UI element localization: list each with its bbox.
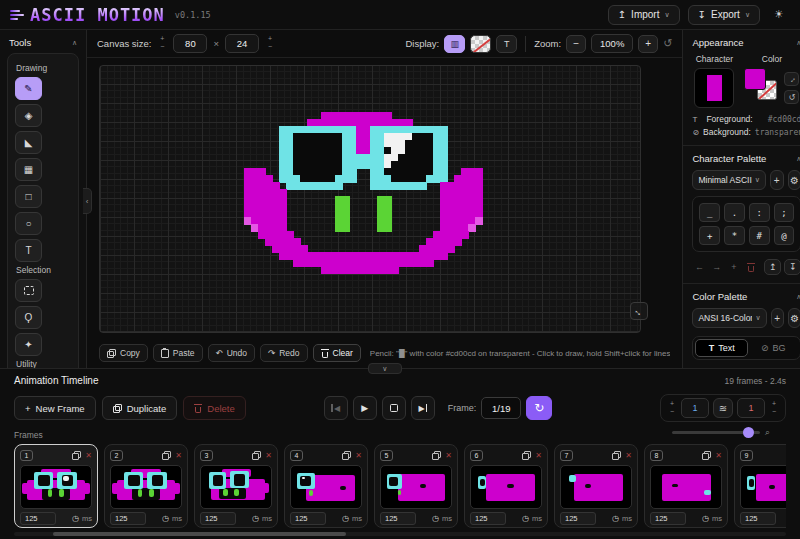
palette-character-button[interactable]: * bbox=[724, 226, 745, 245]
frame-thumbnail[interactable] bbox=[560, 465, 632, 509]
duplicate-frame-icon[interactable] bbox=[612, 451, 621, 460]
delete-frame-icon[interactable]: ✕ bbox=[715, 451, 722, 460]
canvas-collapse-handle[interactable]: ∨ bbox=[368, 363, 402, 374]
select-rect-tool[interactable] bbox=[15, 279, 42, 302]
undo-button[interactable]: ↶Undo bbox=[208, 344, 255, 362]
frame-thumbnail[interactable] bbox=[380, 465, 452, 509]
zoom-in-button[interactable]: + bbox=[638, 35, 658, 53]
eraser-tool[interactable]: ◈ bbox=[15, 104, 42, 127]
ellipse-tool[interactable]: ○ bbox=[15, 212, 42, 235]
frames-scrollbar[interactable] bbox=[14, 532, 786, 536]
stop-button[interactable] bbox=[382, 396, 406, 420]
frame-duration-input[interactable]: 125 bbox=[470, 512, 506, 525]
frame-thumbnail[interactable] bbox=[470, 465, 542, 509]
duplicate-frame-icon[interactable] bbox=[522, 451, 531, 460]
frame-duration-input[interactable]: 125 bbox=[20, 512, 56, 525]
fill-tool[interactable]: ◣ bbox=[15, 131, 42, 154]
lasso-tool[interactable]: Ϙ bbox=[15, 306, 42, 329]
thumbnail-zoom-slider[interactable] bbox=[672, 431, 760, 434]
frames-scrollbar-thumb[interactable] bbox=[53, 532, 346, 536]
frame-card-8[interactable]: 8✕125◷ms bbox=[644, 444, 728, 528]
delete-frame-icon[interactable]: ✕ bbox=[85, 451, 92, 460]
palette-character-button[interactable]: ; bbox=[774, 203, 795, 222]
delete-frame-icon[interactable]: ✕ bbox=[355, 451, 362, 460]
move-character-left-button[interactable]: ← bbox=[692, 260, 706, 275]
frame-thumbnail[interactable] bbox=[740, 465, 786, 509]
frame-card-3[interactable]: 3✕125◷ms bbox=[194, 444, 278, 528]
duplicate-frame-icon[interactable] bbox=[702, 451, 711, 460]
canvas-expand-button[interactable]: ↔ bbox=[630, 302, 648, 320]
foreground-color-swatch[interactable] bbox=[744, 68, 766, 90]
character-palette-select[interactable]: Minimal ASCII ∨ bbox=[692, 170, 766, 190]
import-palette-button[interactable]: ↧ bbox=[784, 259, 800, 275]
color-palette-settings-button[interactable]: ⚙ bbox=[788, 308, 800, 328]
frame-card-2[interactable]: 2✕125◷ms bbox=[104, 444, 188, 528]
frame-card-5[interactable]: 5✕125◷ms bbox=[374, 444, 458, 528]
frame-duration-input[interactable]: 125 bbox=[290, 512, 326, 525]
color-palette-select[interactable]: ANSI 16-Color ∨ bbox=[692, 308, 766, 328]
onion-next-stepper[interactable]: +− bbox=[769, 401, 779, 416]
canvas-width-input[interactable]: 80 bbox=[173, 34, 207, 53]
canvas-height-input[interactable]: 24 bbox=[225, 34, 259, 53]
export-palette-button[interactable]: ↥ bbox=[764, 259, 781, 275]
appearance-header[interactable]: Appearance ∧ bbox=[692, 37, 800, 48]
text-tool[interactable]: T bbox=[15, 239, 42, 262]
zoom-reset-button[interactable]: ↺ bbox=[663, 37, 672, 50]
slider-thumb[interactable] bbox=[743, 427, 754, 438]
delete-frame-icon[interactable]: ✕ bbox=[265, 451, 272, 460]
first-frame-button[interactable]: ◀ bbox=[324, 396, 348, 420]
move-character-right-button[interactable]: → bbox=[710, 260, 724, 275]
grid-toggle-button[interactable]: ▥ bbox=[444, 35, 465, 53]
add-color-palette-button[interactable]: + bbox=[771, 308, 784, 328]
frame-duration-input[interactable]: 125 bbox=[110, 512, 146, 525]
frame-card-9[interactable]: 9✕125◷ms bbox=[734, 444, 786, 528]
delete-frame-icon[interactable]: ✕ bbox=[445, 451, 452, 460]
reset-colors-button[interactable]: ↺ bbox=[784, 90, 799, 104]
swap-colors-button[interactable]: ↔ bbox=[784, 72, 799, 86]
palette-character-button[interactable]: : bbox=[749, 203, 770, 222]
zoom-out-button[interactable]: − bbox=[566, 35, 586, 53]
frame-duration-input[interactable]: 125 bbox=[650, 512, 686, 525]
new-frame-button[interactable]: + New Frame bbox=[14, 396, 96, 420]
tools-section-header[interactable]: Tools ∧ bbox=[0, 30, 86, 53]
canvas-height-stepper[interactable]: +− bbox=[265, 36, 275, 51]
transparency-toggle-button[interactable] bbox=[470, 35, 491, 53]
clear-button[interactable]: Clear bbox=[313, 344, 361, 362]
text-mode-tab[interactable]: T Text bbox=[695, 339, 748, 357]
color-palette-header[interactable]: Color Palette ∧ bbox=[692, 291, 800, 302]
import-button[interactable]: ↥ Import ∨ bbox=[608, 5, 680, 25]
redo-button[interactable]: ↷Redo bbox=[260, 344, 307, 362]
fill-area-tool[interactable]: ▦ bbox=[15, 158, 42, 181]
last-frame-button[interactable]: ▶ bbox=[411, 396, 435, 420]
drawing-canvas[interactable] bbox=[99, 65, 641, 333]
frame-card-6[interactable]: 6✕125◷ms bbox=[464, 444, 548, 528]
duplicate-frame-icon[interactable] bbox=[72, 451, 81, 460]
copy-button[interactable]: Copy bbox=[99, 344, 148, 362]
text-display-toggle-button[interactable]: T bbox=[496, 35, 517, 53]
rectangle-tool[interactable]: □ bbox=[15, 185, 42, 208]
frame-card-4[interactable]: 4✕125◷ms bbox=[284, 444, 368, 528]
frame-thumbnail[interactable] bbox=[200, 465, 272, 509]
frame-thumbnail[interactable] bbox=[650, 465, 722, 509]
duplicate-frame-icon[interactable] bbox=[162, 451, 171, 460]
frame-duration-input[interactable]: 125 bbox=[740, 512, 776, 525]
duplicate-frame-icon[interactable] bbox=[432, 451, 441, 460]
delete-character-button[interactable] bbox=[744, 260, 758, 275]
delete-frame-icon[interactable]: ✕ bbox=[535, 451, 542, 460]
onion-prev-stepper[interactable]: +− bbox=[667, 401, 677, 416]
loop-toggle-button[interactable]: ↻ bbox=[526, 396, 552, 420]
export-button[interactable]: ↧ Export ∨ bbox=[688, 5, 760, 25]
magic-wand-tool[interactable]: ✦ bbox=[15, 333, 42, 356]
duplicate-frame-icon[interactable] bbox=[252, 451, 261, 460]
theme-toggle-button[interactable]: ☀ bbox=[768, 5, 790, 25]
bg-mode-tab[interactable]: ⊘ BG bbox=[748, 339, 799, 357]
frame-thumbnail[interactable] bbox=[290, 465, 362, 509]
frame-duration-input[interactable]: 125 bbox=[560, 512, 596, 525]
onion-skin-button[interactable]: ≋ bbox=[713, 398, 733, 418]
delete-frame-icon[interactable]: ✕ bbox=[625, 451, 632, 460]
frame-card-7[interactable]: 7✕125◷ms bbox=[554, 444, 638, 528]
palette-character-button[interactable]: . bbox=[724, 203, 745, 222]
add-character-button[interactable]: + bbox=[727, 260, 741, 275]
delete-frame-button[interactable]: Delete bbox=[183, 396, 245, 420]
frame-duration-input[interactable]: 125 bbox=[200, 512, 236, 525]
